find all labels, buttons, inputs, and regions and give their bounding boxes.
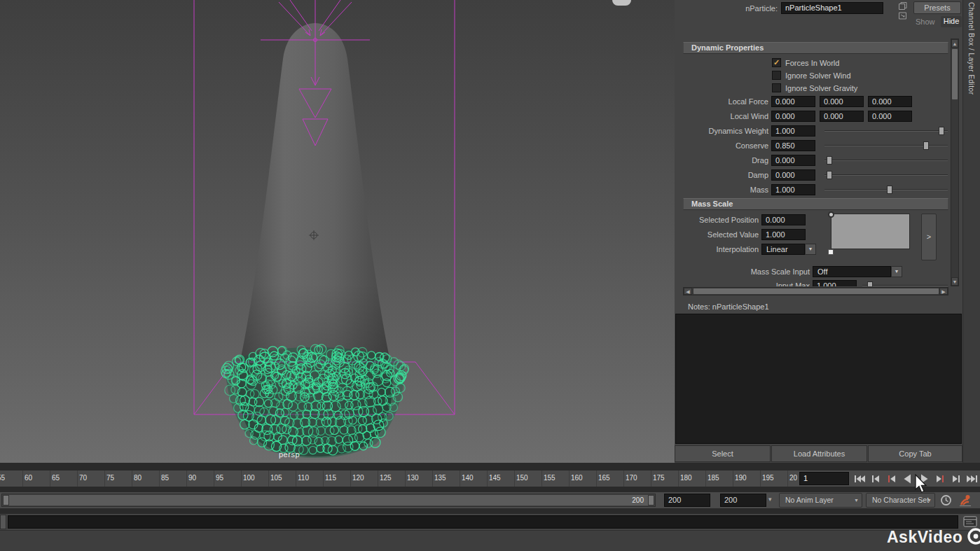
input-max-slider[interactable] (862, 281, 948, 286)
timeline-tick-label: 75 (106, 474, 114, 482)
channel-box-layer-editor-tab[interactable]: Channel Box / Layer Editor (967, 2, 975, 95)
playback-options-icon[interactable]: ▾ (768, 496, 772, 503)
ramp-selected-key[interactable] (828, 249, 834, 255)
character-set-dropdown[interactable]: No Character Set ▼ (866, 493, 935, 508)
slider-handle[interactable] (887, 186, 892, 194)
timeline-tick (268, 470, 269, 487)
mass-scale-input-dropdown[interactable]: Off (813, 266, 891, 277)
timeline-tick-label: 135 (434, 474, 446, 482)
animation-preferences-icon[interactable] (958, 493, 973, 509)
playback-end-field[interactable]: 200 (664, 494, 710, 507)
notes-textarea[interactable] (675, 314, 962, 444)
copy-tab-icon[interactable] (897, 1, 908, 12)
command-line-mode-tab[interactable] (0, 515, 6, 529)
drag-field[interactable]: 0.000 (771, 155, 815, 166)
timeline-tick-label: 175 (653, 474, 665, 482)
hide-toggle[interactable]: Hide (941, 16, 962, 27)
conserve-slider[interactable] (824, 141, 948, 150)
mass-field[interactable]: 1.000 (771, 184, 815, 195)
step-forward-key-button[interactable] (932, 471, 948, 486)
character-set-label: No Character Set (872, 494, 929, 507)
input-max-field[interactable]: 1.000 (813, 280, 857, 286)
step-back-key-button[interactable] (883, 471, 899, 486)
scroll-right-icon[interactable]: ▶ (939, 288, 948, 295)
ae-vertical-scrollbar[interactable]: ▲ ▼ (951, 39, 959, 286)
range-slider[interactable]: 200 (1, 494, 656, 507)
timeline-tick-label: 120 (352, 474, 364, 482)
current-frame-field[interactable]: 1 (799, 472, 849, 485)
mass-scale-ramp[interactable] (831, 214, 910, 249)
watermark-logo-icon (966, 526, 980, 547)
interpolation-dropdown[interactable]: Linear (761, 244, 805, 255)
local-force-x-field[interactable]: 0.000 (771, 96, 815, 107)
timeline-tick (514, 470, 515, 487)
command-line-input[interactable] (8, 515, 958, 529)
timeline-ruler[interactable]: 5560657075808590951001051101151201251301… (0, 470, 797, 487)
forces-in-world-checkbox[interactable]: ✓ (772, 58, 781, 67)
select-button[interactable]: Select (675, 445, 771, 462)
time-slider-row: 5560657075808590951001051101151201251301… (0, 470, 980, 487)
timeline-tick (77, 470, 78, 487)
attribute-editor-panel: nParticle: nParticleShape1 Presets Show … (675, 0, 962, 463)
tear-off-copy-icon[interactable] (897, 11, 908, 22)
slider-track (862, 285, 948, 286)
command-line-row (0, 514, 980, 530)
selected-position-field[interactable]: 0.000 (761, 214, 806, 225)
slider-handle[interactable] (923, 141, 929, 150)
local-force-y-field[interactable]: 0.000 (820, 96, 864, 107)
timeline-tick-label: 125 (380, 474, 392, 482)
damp-slider[interactable] (824, 171, 948, 179)
conserve-field[interactable]: 0.850 (771, 140, 815, 151)
animation-end-field[interactable]: 200 (720, 494, 766, 507)
mass-slider[interactable] (824, 186, 948, 194)
scroll-down-icon[interactable]: ▼ (951, 277, 958, 286)
ramp-expand-button[interactable]: > (921, 214, 937, 260)
local-wind-x-field[interactable]: 0.000 (771, 111, 815, 122)
nparticle-name-field[interactable]: nParticleShape1 (781, 2, 883, 14)
dynamics-weight-slider[interactable] (824, 127, 948, 135)
selected-value-field[interactable]: 1.000 (761, 229, 806, 240)
interpolation-dropdown-arrow-icon[interactable]: ▼ (805, 244, 816, 255)
go-to-start-button[interactable] (851, 471, 867, 486)
go-to-end-button[interactable] (964, 471, 980, 486)
presets-button[interactable]: Presets (913, 1, 961, 14)
slider-handle[interactable] (827, 156, 832, 165)
drag-slider[interactable] (824, 156, 948, 165)
local-force-z-field[interactable]: 0.000 (868, 96, 912, 107)
ae-horizontal-scrollbar[interactable]: ◀ ▶ (683, 287, 948, 295)
step-forward-frame-button[interactable] (948, 471, 964, 486)
section-header-dynamic-properties[interactable]: Dynamic Properties (683, 42, 948, 54)
viewport-3d[interactable]: persp (0, 0, 675, 463)
range-start-handle[interactable] (3, 495, 9, 505)
slider-handle[interactable] (827, 171, 832, 179)
scroll-up-icon[interactable]: ▲ (951, 39, 958, 48)
ignore-solver-gravity-checkbox[interactable] (772, 83, 781, 92)
range-end-handle[interactable] (648, 495, 654, 505)
hscroll-thumb[interactable] (693, 288, 939, 294)
camera-label: persp (279, 450, 300, 459)
dynamics-weight-field[interactable]: 1.000 (771, 125, 815, 137)
timeline-tick (22, 470, 23, 487)
anim-layer-arrow-icon: ▼ (854, 494, 859, 507)
auto-keyframe-icon[interactable] (939, 494, 953, 508)
damp-field[interactable]: 0.000 (771, 169, 815, 181)
anim-layer-dropdown[interactable]: No Anim Layer ▼ (779, 493, 862, 508)
step-back-frame-button[interactable] (867, 471, 883, 486)
timeline-tick (678, 470, 679, 487)
slider-handle[interactable] (939, 127, 944, 135)
ramp-key-handle[interactable] (828, 211, 834, 218)
vscroll-thumb[interactable] (952, 49, 958, 99)
slider-handle[interactable] (867, 281, 873, 286)
range-slider-active[interactable] (9, 495, 648, 505)
play-backwards-button[interactable] (899, 471, 916, 486)
local-wind-y-field[interactable]: 0.000 (820, 111, 864, 122)
copy-tab-button[interactable]: Copy Tab (868, 445, 962, 462)
mass-scale-input-arrow-icon[interactable]: ▼ (891, 266, 902, 277)
ignore-solver-wind-checkbox[interactable] (772, 71, 781, 80)
section-header-mass-scale[interactable]: Mass Scale (683, 198, 948, 210)
load-attributes-button[interactable]: Load Attributes (771, 445, 867, 462)
show-toggle[interactable]: Show (916, 18, 935, 26)
scroll-left-icon[interactable]: ◀ (684, 288, 692, 295)
local-wind-z-field[interactable]: 0.000 (868, 111, 912, 122)
timeline-tick (733, 470, 733, 487)
